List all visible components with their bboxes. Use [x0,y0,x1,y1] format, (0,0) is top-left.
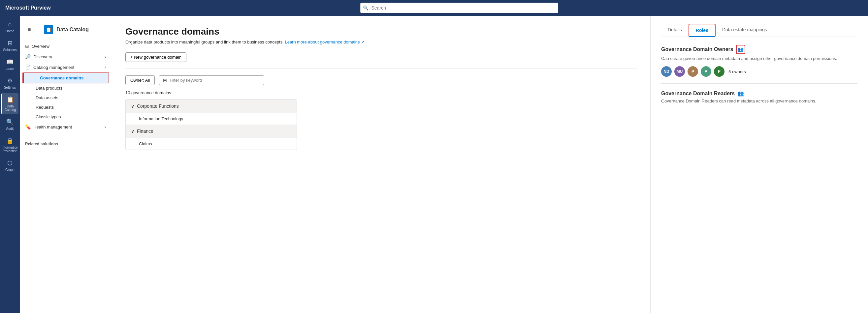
domain-list: ∨ Corporate Functions Information Techno… [125,99,297,150]
avatar-p2: P [714,66,724,77]
app-title: Microsoft Purview [5,5,51,11]
owners-description: Can curate governance domain metadata an… [661,56,858,61]
sidebar-health-mgmt-label: Health management [33,125,72,130]
sidebar-item-discovery[interactable]: 🔎 Discovery ∨ [20,51,112,62]
tabs-container: Details Roles Data estate mappings [661,24,858,37]
governance-domains-label: Governance domains [40,75,84,80]
tab-roles[interactable]: Roles [688,24,716,37]
readers-section-title: Governance Domain Readers 👥 [661,90,858,97]
finance-label: Finance [137,129,153,134]
filter-icon: ⊟ [163,78,167,83]
corporate-functions-label: Corporate Functions [137,103,179,109]
new-governance-domain-button[interactable]: + New governance domain [125,53,186,62]
owner-filter-value: All [145,78,150,83]
related-solutions-label: Related solutions [20,138,112,148]
readers-icon: 👥 [737,90,744,97]
discovery-chevron: ∨ [104,55,106,59]
data-assets-label: Data assets [36,95,58,100]
domain-group-finance[interactable]: ∨ Finance [126,125,297,138]
avatar-p1: P [687,66,698,77]
domain-item-claims[interactable]: Claims [126,138,297,149]
catalog-mgmt-icon: 📄 [25,65,31,70]
sidebar-header-icon: 📋 [44,25,53,34]
health-mgmt-chevron: ∨ [104,125,106,129]
avatar-nd: ND [661,66,672,77]
nav-learn-label: Learn [6,67,14,70]
nav-solutions-label: Solutions [3,48,17,52]
owner-filter-button[interactable]: Owner: All [125,75,155,85]
sidebar-header: 📋 Data Catalog [39,21,94,38]
domain-group-corporate-functions[interactable]: ∨ Corporate Functions [126,100,297,113]
layout: ⌂ Home ⊞ Solutions 📖 Learn ⚙ Settings 📋 … [0,16,868,313]
learn-more-link[interactable]: Learn more about governance domains ↗ [285,39,365,44]
overview-icon: ⊞ [25,43,29,49]
readers-description: Governance Domain Readers can read metad… [661,99,858,103]
learn-more-icon: ↗ [361,39,365,44]
sidebar-item-data-assets[interactable]: Data assets [20,93,112,102]
learn-icon: 📖 [6,58,13,66]
nav-graph-label: Graph [5,168,14,172]
graph-icon: ⬡ [7,160,12,167]
keyword-filter-input[interactable] [167,76,260,85]
sidebar-divider [25,135,106,135]
nav-audit[interactable]: 🔍 Audit [1,116,19,133]
page-subtitle: Organize data products into meaningful g… [125,39,637,44]
page-title: Governance domains [125,26,637,37]
sidebar-item-requests[interactable]: Requests [20,102,112,112]
sidebar: ≡ 📋 Data Catalog ⊞ Overview 🔎 Discovery … [20,16,112,313]
requests-label: Requests [36,105,54,110]
catalog-mgmt-chevron: ∧ [104,66,106,69]
search-icon: 🔍 [363,5,369,10]
sidebar-header-title: Data Catalog [56,27,89,33]
solutions-icon: ⊞ [8,39,12,47]
topbar: Microsoft Purview 🔍 [0,0,868,16]
nav-info-protection-label: Information Protection [2,146,18,153]
toolbar-divider [125,69,637,69]
nav-data-catalog[interactable]: 📋 Data Catalog [1,93,19,114]
governance-domains-highlight-wrapper: Governance domains [23,72,109,83]
icon-nav: ⌂ Home ⊞ Solutions 📖 Learn ⚙ Settings 📋 … [0,16,20,313]
health-mgmt-icon: 💊 [25,124,31,130]
sidebar-item-data-products[interactable]: Data products [20,83,112,93]
page-subtitle-text: Organize data products into meaningful g… [125,39,284,44]
finance-chevron: ∨ [131,129,134,134]
search-input[interactable] [360,3,558,13]
sidebar-item-health-management[interactable]: 💊 Health management ∨ [20,121,112,132]
sidebar-overview-label: Overview [32,44,50,49]
sidebar-item-overview[interactable]: ⊞ Overview [20,41,112,51]
sidebar-top-bar: ≡ 📋 Data Catalog [20,19,112,41]
main-content: Governance domains Organize data product… [112,16,650,313]
readers-section: Governance Domain Readers 👥 Governance D… [661,90,858,103]
sidebar-item-classic-types[interactable]: Classic types [20,112,112,121]
hamburger-button[interactable]: ≡ [23,24,36,35]
avatar-mu: MU [674,66,685,77]
owners-section-title: Governance Domain Owners 👥 [661,45,858,54]
add-icon: 👥 [738,47,743,52]
nav-settings[interactable]: ⚙ Settings [1,74,19,92]
nav-solutions[interactable]: ⊞ Solutions [1,37,19,55]
tab-details[interactable]: Details [661,24,688,37]
nav-audit-label: Audit [6,127,14,131]
claims-label: Claims [139,141,152,146]
sidebar-item-catalog-management[interactable]: 📄 Catalog management ∧ [20,62,112,72]
owner-count: 5 owners [728,69,746,74]
nav-learn[interactable]: 📖 Learn [1,56,19,73]
search-container: 🔍 [360,3,558,13]
sidebar-catalog-mgmt-label: Catalog management [33,65,74,70]
corporate-functions-chevron: ∨ [131,103,134,109]
nav-graph[interactable]: ⬡ Graph [1,157,19,174]
nav-data-catalog-label: Data Catalog [3,104,17,112]
classic-types-label: Classic types [36,114,61,119]
sidebar-item-governance-domains[interactable]: Governance domains [23,73,108,83]
information-technology-label: Information Technology [139,116,183,121]
add-owners-button[interactable]: 👥 [736,45,745,54]
content-area: Governance domains Organize data product… [112,16,868,313]
tab-data-estate-mappings[interactable]: Data estate mappings [716,24,774,37]
nav-home[interactable]: ⌂ Home [1,19,19,36]
audit-icon: 🔍 [6,118,13,126]
filter-bar: Owner: All ⊟ [125,75,637,85]
domain-item-information-technology[interactable]: Information Technology [126,113,297,125]
settings-icon: ⚙ [7,77,12,84]
data-products-label: Data products [36,86,62,91]
nav-info-protection[interactable]: 🔒 Information Protection [1,134,19,155]
